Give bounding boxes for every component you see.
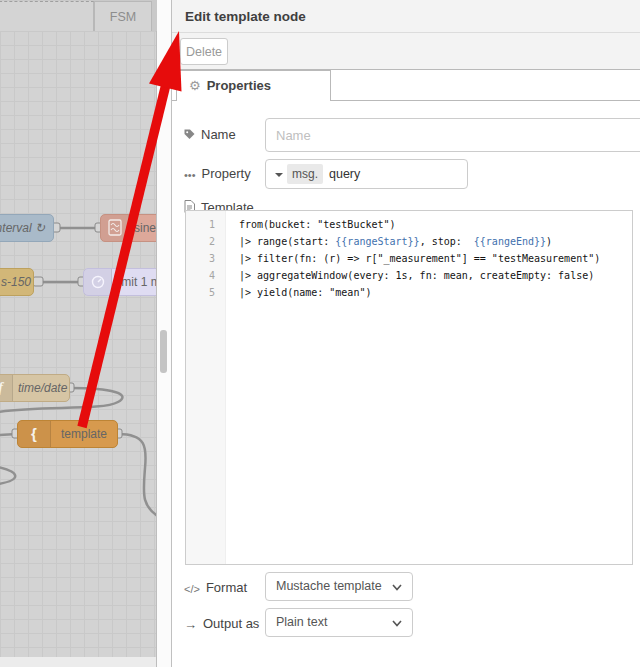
output-as-select[interactable]: Plain text bbox=[265, 608, 413, 637]
tray-title: Edit template node bbox=[172, 0, 640, 33]
limit-clock-icon bbox=[84, 269, 112, 295]
code-line: |> aggregateWindow(every: 1s, fn: mean, … bbox=[239, 267, 632, 284]
node-label: s-150 bbox=[1, 269, 31, 295]
chevron-down-icon bbox=[392, 584, 402, 591]
node-label: limit 1 ms bbox=[116, 269, 157, 295]
format-label: </>Format bbox=[184, 580, 247, 595]
node-sinewave: sineW bbox=[100, 214, 157, 242]
output-as-label: →Output as bbox=[184, 616, 259, 632]
tab-properties[interactable]: ⚙Properties bbox=[176, 70, 331, 101]
function-f-icon: f bbox=[0, 375, 13, 401]
edit-tray: Edit template node Delete ⚙Properties Na… bbox=[171, 0, 640, 667]
chevron-down-icon bbox=[392, 620, 402, 627]
editor-gutter: 12345 bbox=[186, 211, 226, 564]
node-s150: s-150 bbox=[0, 268, 34, 296]
wire-template-out bbox=[118, 434, 157, 518]
canvas-horizontal-scroll-track bbox=[0, 657, 156, 667]
tray-toolbar: Delete bbox=[172, 33, 640, 70]
format-select-value: Mustache template bbox=[276, 579, 382, 593]
gear-icon: ⚙ bbox=[189, 78, 201, 93]
code-line: |> filter(fn: (r) => r["_measurement"] =… bbox=[239, 250, 632, 267]
name-label: Name bbox=[184, 127, 236, 142]
wire-edge-arc bbox=[0, 467, 15, 484]
tray-form: Name •••Property msg. query Template 123… bbox=[172, 101, 640, 667]
ellipsis-icon: ••• bbox=[184, 169, 196, 181]
property-type-chip[interactable]: msg. bbox=[287, 164, 323, 184]
format-select[interactable]: Mustache template bbox=[265, 572, 413, 601]
name-input[interactable] bbox=[265, 118, 640, 152]
port-s150-out bbox=[33, 277, 43, 286]
canvas-scrollbar-track bbox=[157, 0, 171, 667]
workspace-tab-fsm: FSM bbox=[94, 1, 152, 31]
arrow-right-icon: → bbox=[184, 617, 197, 632]
tab-properties-label: Properties bbox=[207, 78, 271, 93]
node-label: template bbox=[51, 421, 117, 447]
code-line: from(bucket: "testBucket") bbox=[239, 216, 632, 233]
node-label: sineW bbox=[134, 215, 157, 241]
node-label: interval ↻ bbox=[0, 215, 55, 241]
tag-icon bbox=[184, 129, 195, 140]
tray-tab-bar: ⚙Properties bbox=[172, 70, 640, 101]
flow-workspace: FSM bbox=[0, 0, 157, 667]
code-brackets-icon: </> bbox=[184, 583, 200, 595]
node-label: time/date bbox=[18, 375, 67, 401]
code-line: |> yield(name: "mean") bbox=[239, 284, 632, 301]
property-value[interactable]: query bbox=[329, 160, 360, 188]
node-template: { template bbox=[17, 420, 118, 448]
workspace-tab-partial bbox=[0, 1, 94, 31]
template-brace-icon: { bbox=[18, 421, 51, 447]
property-label: •••Property bbox=[184, 166, 251, 181]
caret-down-icon[interactable] bbox=[275, 173, 283, 177]
node-interval: interval ↻ bbox=[0, 214, 54, 242]
sine-wave-icon bbox=[101, 215, 129, 241]
editor-code[interactable]: from(bucket: "testBucket")|> range(start… bbox=[227, 211, 632, 564]
code-line: |> range(start: {{rangeStart}}, stop: {{… bbox=[239, 233, 632, 250]
canvas-scrollbar-thumb bbox=[160, 330, 167, 373]
output-select-value: Plain text bbox=[276, 615, 327, 629]
flow-canvas: interval ↻ sineW s-150 bbox=[0, 31, 157, 667]
property-typed-input[interactable]: msg. query bbox=[265, 159, 468, 189]
delete-button[interactable]: Delete bbox=[180, 38, 228, 65]
node-timedate: f time/date bbox=[0, 374, 70, 402]
node-limit: limit 1 ms bbox=[83, 268, 157, 296]
workspace-tab-bar: FSM bbox=[0, 0, 157, 31]
node-red-editor: FSM bbox=[0, 0, 640, 667]
template-code-editor[interactable]: 12345 from(bucket: "testBucket")|> range… bbox=[185, 210, 633, 565]
flow-wires bbox=[0, 31, 157, 667]
